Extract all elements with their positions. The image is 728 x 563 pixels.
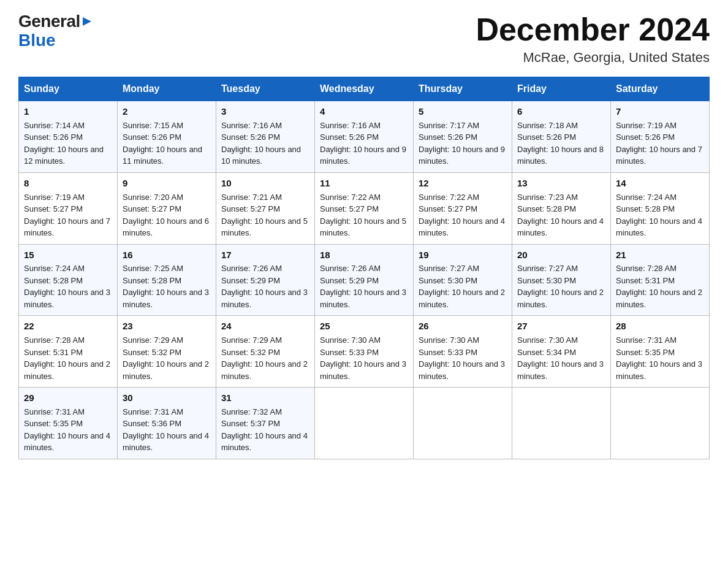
day-number: 2: [123, 105, 211, 118]
day-info: Sunrise: 7:25 AMSunset: 5:28 PMDaylight:…: [123, 262, 211, 310]
day-number: 15: [24, 248, 112, 262]
calendar-week-row: 29Sunrise: 7:31 AMSunset: 5:35 PMDayligh…: [19, 388, 710, 459]
day-number: 29: [24, 391, 112, 405]
day-info: Sunrise: 7:19 AMSunset: 5:27 PMDaylight:…: [24, 191, 112, 239]
calendar-day-cell: 24Sunrise: 7:29 AMSunset: 5:32 PMDayligh…: [216, 316, 315, 388]
calendar-day-cell: 17Sunrise: 7:26 AMSunset: 5:29 PMDayligh…: [216, 244, 315, 316]
col-tuesday: Tuesday: [216, 77, 315, 101]
logo: General Blue: [18, 12, 94, 50]
calendar-day-cell: 31Sunrise: 7:32 AMSunset: 5:37 PMDayligh…: [216, 388, 315, 459]
day-number: 30: [123, 391, 211, 405]
col-saturday: Saturday: [611, 77, 710, 101]
calendar-day-cell: 28Sunrise: 7:31 AMSunset: 5:35 PMDayligh…: [611, 316, 710, 388]
day-number: 14: [616, 177, 704, 190]
page-header: General Blue December 2024 McRae, Georgi…: [18, 12, 710, 66]
day-info: Sunrise: 7:31 AMSunset: 5:36 PMDaylight:…: [123, 406, 211, 454]
day-info: Sunrise: 7:22 AMSunset: 5:27 PMDaylight:…: [320, 191, 408, 239]
col-monday: Monday: [118, 77, 216, 101]
empty-cell: [611, 388, 710, 459]
calendar-day-cell: 10Sunrise: 7:21 AMSunset: 5:27 PMDayligh…: [216, 172, 315, 244]
day-info: Sunrise: 7:31 AMSunset: 5:35 PMDaylight:…: [616, 334, 704, 382]
day-info: Sunrise: 7:31 AMSunset: 5:35 PMDaylight:…: [24, 406, 112, 454]
day-info: Sunrise: 7:26 AMSunset: 5:29 PMDaylight:…: [320, 262, 408, 310]
calendar-day-cell: 29Sunrise: 7:31 AMSunset: 5:35 PMDayligh…: [19, 388, 118, 459]
day-number: 1: [24, 105, 112, 118]
day-number: 22: [24, 320, 112, 333]
day-number: 3: [221, 105, 309, 118]
col-thursday: Thursday: [414, 77, 512, 101]
calendar-day-cell: 22Sunrise: 7:28 AMSunset: 5:31 PMDayligh…: [19, 316, 118, 388]
day-info: Sunrise: 7:32 AMSunset: 5:37 PMDaylight:…: [221, 406, 309, 454]
location-title: McRae, Georgia, United States: [476, 50, 710, 66]
calendar-day-cell: 6Sunrise: 7:18 AMSunset: 5:26 PMDaylight…: [512, 101, 611, 173]
day-number: 24: [221, 320, 309, 333]
calendar-day-cell: 15Sunrise: 7:24 AMSunset: 5:28 PMDayligh…: [19, 244, 118, 316]
day-number: 16: [123, 248, 211, 262]
day-info: Sunrise: 7:28 AMSunset: 5:31 PMDaylight:…: [616, 262, 704, 310]
day-number: 4: [320, 105, 408, 118]
day-info: Sunrise: 7:23 AMSunset: 5:28 PMDaylight:…: [517, 191, 605, 239]
day-number: 25: [320, 320, 408, 333]
calendar-day-cell: 27Sunrise: 7:30 AMSunset: 5:34 PMDayligh…: [512, 316, 611, 388]
day-info: Sunrise: 7:28 AMSunset: 5:31 PMDaylight:…: [24, 334, 112, 382]
calendar-day-cell: 7Sunrise: 7:19 AMSunset: 5:26 PMDaylight…: [611, 101, 710, 173]
day-number: 27: [517, 320, 605, 333]
logo-blue-text: Blue: [18, 31, 94, 50]
calendar-week-row: 22Sunrise: 7:28 AMSunset: 5:31 PMDayligh…: [19, 316, 710, 388]
svg-marker-0: [83, 17, 91, 26]
col-wednesday: Wednesday: [315, 77, 414, 101]
day-info: Sunrise: 7:19 AMSunset: 5:26 PMDaylight:…: [616, 120, 704, 167]
month-title: December 2024: [476, 12, 710, 47]
day-info: Sunrise: 7:16 AMSunset: 5:26 PMDaylight:…: [221, 120, 309, 167]
day-number: 11: [320, 177, 408, 190]
calendar-table: Sunday Monday Tuesday Wednesday Thursday…: [18, 77, 710, 459]
day-number: 10: [221, 177, 309, 190]
day-info: Sunrise: 7:30 AMSunset: 5:33 PMDaylight:…: [320, 334, 408, 382]
day-info: Sunrise: 7:24 AMSunset: 5:28 PMDaylight:…: [616, 191, 704, 239]
calendar-day-cell: 1Sunrise: 7:14 AMSunset: 5:26 PMDaylight…: [19, 101, 118, 173]
day-number: 23: [123, 320, 211, 333]
day-number: 6: [517, 105, 605, 118]
day-number: 18: [320, 248, 408, 262]
calendar-day-cell: 21Sunrise: 7:28 AMSunset: 5:31 PMDayligh…: [611, 244, 710, 316]
calendar-day-cell: 30Sunrise: 7:31 AMSunset: 5:36 PMDayligh…: [118, 388, 216, 459]
calendar-day-cell: 16Sunrise: 7:25 AMSunset: 5:28 PMDayligh…: [118, 244, 216, 316]
day-info: Sunrise: 7:18 AMSunset: 5:26 PMDaylight:…: [517, 120, 605, 167]
day-info: Sunrise: 7:30 AMSunset: 5:33 PMDaylight:…: [419, 334, 507, 382]
logo-arrow-icon: [80, 15, 94, 28]
day-number: 8: [24, 177, 112, 190]
day-number: 28: [616, 320, 704, 333]
day-number: 31: [221, 391, 309, 405]
calendar-day-cell: 5Sunrise: 7:17 AMSunset: 5:26 PMDaylight…: [414, 101, 512, 173]
calendar-week-row: 15Sunrise: 7:24 AMSunset: 5:28 PMDayligh…: [19, 244, 710, 316]
day-number: 20: [517, 248, 605, 262]
day-info: Sunrise: 7:26 AMSunset: 5:29 PMDaylight:…: [221, 262, 309, 310]
day-number: 19: [419, 248, 507, 262]
day-info: Sunrise: 7:29 AMSunset: 5:32 PMDaylight:…: [123, 334, 211, 382]
day-info: Sunrise: 7:14 AMSunset: 5:26 PMDaylight:…: [24, 120, 112, 167]
calendar-day-cell: 8Sunrise: 7:19 AMSunset: 5:27 PMDaylight…: [19, 172, 118, 244]
calendar-day-cell: 18Sunrise: 7:26 AMSunset: 5:29 PMDayligh…: [315, 244, 414, 316]
calendar-week-row: 8Sunrise: 7:19 AMSunset: 5:27 PMDaylight…: [19, 172, 710, 244]
day-number: 9: [123, 177, 211, 190]
day-info: Sunrise: 7:29 AMSunset: 5:32 PMDaylight:…: [221, 334, 309, 382]
calendar-day-cell: 14Sunrise: 7:24 AMSunset: 5:28 PMDayligh…: [611, 172, 710, 244]
day-info: Sunrise: 7:22 AMSunset: 5:27 PMDaylight:…: [419, 191, 507, 239]
day-info: Sunrise: 7:21 AMSunset: 5:27 PMDaylight:…: [221, 191, 309, 239]
day-info: Sunrise: 7:15 AMSunset: 5:26 PMDaylight:…: [123, 120, 211, 167]
calendar-week-row: 1Sunrise: 7:14 AMSunset: 5:26 PMDaylight…: [19, 101, 710, 173]
empty-cell: [512, 388, 611, 459]
calendar-day-cell: 11Sunrise: 7:22 AMSunset: 5:27 PMDayligh…: [315, 172, 414, 244]
calendar-day-cell: 23Sunrise: 7:29 AMSunset: 5:32 PMDayligh…: [118, 316, 216, 388]
empty-cell: [315, 388, 414, 459]
calendar-day-cell: 25Sunrise: 7:30 AMSunset: 5:33 PMDayligh…: [315, 316, 414, 388]
day-info: Sunrise: 7:30 AMSunset: 5:34 PMDaylight:…: [517, 334, 605, 382]
day-number: 12: [419, 177, 507, 190]
calendar-day-cell: 4Sunrise: 7:16 AMSunset: 5:26 PMDaylight…: [315, 101, 414, 173]
calendar-day-cell: 9Sunrise: 7:20 AMSunset: 5:27 PMDaylight…: [118, 172, 216, 244]
calendar-day-cell: 13Sunrise: 7:23 AMSunset: 5:28 PMDayligh…: [512, 172, 611, 244]
calendar-day-cell: 12Sunrise: 7:22 AMSunset: 5:27 PMDayligh…: [414, 172, 512, 244]
day-info: Sunrise: 7:20 AMSunset: 5:27 PMDaylight:…: [123, 191, 211, 239]
day-info: Sunrise: 7:24 AMSunset: 5:28 PMDaylight:…: [24, 262, 112, 310]
calendar-day-cell: 19Sunrise: 7:27 AMSunset: 5:30 PMDayligh…: [414, 244, 512, 316]
